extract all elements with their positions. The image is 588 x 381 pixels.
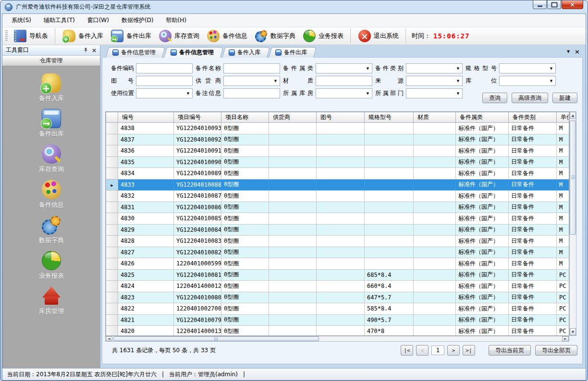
row-selector[interactable] [106,213,118,225]
toolbar-nav-bar-button[interactable]: 导航条 [10,28,55,44]
warehouse-group-header[interactable]: 仓库管理 [2,56,100,66]
column-header-project_name[interactable]: 项目名称 [221,112,269,123]
table-row[interactable]: 482012204014000130型圈470*8标准件（国产）日常备件PC [106,326,570,336]
horizontal-scroll-thumb[interactable] [113,336,319,341]
toolbar-gripper[interactable] [5,30,8,42]
row-selector[interactable] [106,303,118,315]
row-selector[interactable] [106,168,118,179]
drawing-no-input[interactable] [136,76,192,85]
part-name-input[interactable] [224,64,280,73]
menu-item-data-maintenance[interactable]: 数据维护(D) [116,14,159,26]
toolbar-parts-info-button[interactable]: 备件信息 [203,28,251,44]
table-row[interactable]: 482412204014000120型圈660*8.4标准件（国产）日常备件PC [106,281,570,292]
sidebar-item-stock-in[interactable]: 备件入库 [23,73,80,103]
column-header-category[interactable]: 备件类别 [509,112,557,123]
table-row[interactable]: 4835YG122040100900型圈标准件（国产）日常备件M [106,156,570,168]
part-category-select[interactable]: ▼ [406,63,463,73]
tab-stock-out[interactable]: 备件出库 [269,47,314,58]
table-row[interactable]: 4837YG122040100920型圈标准件（国产）日常备件M [106,134,570,145]
row-selector[interactable] [106,156,118,168]
sidebar-item-warehouse[interactable]: 库房管理 [23,286,80,316]
row-selector[interactable] [106,292,118,303]
column-header-drawing_no[interactable]: 图号 [317,112,365,123]
table-row[interactable]: 4828YG122040100830型圈标准件（国产）日常备件M [106,236,570,247]
part-genus-select[interactable]: ▼ [316,63,372,73]
advanced-query-button[interactable]: 高级查询 [512,93,548,103]
toolbar-report-button[interactable]: 业务报表 [299,28,351,44]
vertical-scrollbar[interactable]: ▲ ▼ [569,111,576,336]
column-header-spec[interactable]: 规格型号 [365,112,414,123]
remark-input[interactable] [224,89,280,98]
row-selector[interactable] [106,269,118,281]
table-row[interactable]: 4838YG122040100930型圈标准件（国产）日常备件M [106,123,570,134]
maximize-button[interactable] [547,0,561,9]
horizontal-scrollbar[interactable]: ◄ ► [105,336,569,342]
tab-parts-info-mgmt-2[interactable]: 备件信息管理 [164,47,220,58]
table-row[interactable]: 4823YG122040100800型圈647*5.7标准件（国产）日常备件PC [106,292,570,303]
source-select[interactable]: ▼ [406,76,463,86]
export-all-pages-button[interactable]: 导出全部页 [535,345,577,356]
toolbar-exit-button[interactable]: 退出系统 [355,28,406,44]
sidebar-item-report[interactable]: 业务报表 [23,251,80,280]
table-row[interactable]: ▶4833YG122040100880型圈标准件（国产）日常备件M [106,179,570,190]
column-header-supplier[interactable]: 供货商 [269,112,317,123]
sidebar-item-data-dict[interactable]: 数据字典 [23,215,80,245]
toolbar-stock-out-button[interactable]: 备件出库 [107,28,155,44]
pin-icon[interactable] [83,48,88,53]
last-page-button[interactable]: >| [463,345,475,356]
table-row[interactable]: 4836YG122040100910型圈标准件（国产）日常备件M [106,145,570,157]
minimize-button[interactable] [533,0,547,9]
first-page-button[interactable]: |< [401,345,413,356]
column-header-unit[interactable]: 单位 [557,112,570,123]
part-code-input[interactable] [136,64,192,73]
scroll-down-icon[interactable]: ▼ [570,328,576,335]
table-row[interactable]: 482212204010027000型圈585*8.4标准件（国产）日常备件PC [106,303,570,315]
sidebar-item-parts-info[interactable]: 备件信息 [23,180,80,209]
spec-model-select[interactable]: ▼ [499,63,556,73]
table-row[interactable]: 4825YG122040100810型圈685*8.4标准件（国产）日常备件PC [106,269,570,281]
toolbar-stock-in-button[interactable]: 备件入库 [59,28,107,44]
sidebar-item-stock-out[interactable]: 备件出库 [23,109,80,138]
table-row[interactable]: 4831YG122040100860型圈标准件（国产）日常备件M [106,202,570,213]
scroll-left-icon[interactable]: ◄ [106,336,112,341]
row-selector[interactable] [106,326,118,336]
toolbar-data-dict-button[interactable]: 数据字典 [251,28,299,44]
menu-item-system[interactable]: 系统(S) [6,14,37,26]
table-row[interactable]: 4832YG122040100870型圈标准件（国产）日常备件M [106,190,570,202]
tab-list-chevron-down-icon[interactable]: ▼ [567,49,570,54]
row-selector[interactable] [106,258,118,270]
query-button[interactable]: 查询 [482,93,507,103]
column-header-material[interactable]: 材质 [414,112,456,123]
supplier-select[interactable]: ▼ [223,76,280,86]
tab-close-icon[interactable]: × [575,48,580,55]
location-select[interactable]: ▼ [499,76,556,86]
page-number-input[interactable] [431,345,444,355]
table-row[interactable]: 4834YG122040100890型圈标准件（国产）日常备件M [106,168,570,179]
row-selector[interactable]: ▶ [106,179,118,190]
prev-page-button[interactable]: < [416,345,429,356]
menu-item-aux-tools[interactable]: 辅助工具(T) [38,14,80,26]
menu-item-help[interactable]: 帮助(H) [161,14,192,26]
tab-stock-in[interactable]: 备件入库 [222,47,267,58]
warehouse-select[interactable]: ▼ [316,88,372,98]
row-selector[interactable] [106,236,118,247]
table-row[interactable]: 4821YG122040100790型圈490*5.7标准件（国产）日常备件PC [106,314,570,326]
sidebar-item-stock-query[interactable]: 库存查询 [23,144,80,174]
next-page-button[interactable]: > [447,345,460,356]
usage-position-select[interactable]: ▼ [136,88,193,98]
row-selector[interactable] [106,202,118,213]
column-header-project_no[interactable]: 项目编号 [174,112,221,123]
row-selector[interactable] [106,247,118,258]
row-selector[interactable] [106,281,118,292]
column-header-genus[interactable]: 备件属类 [456,112,509,123]
row-selector[interactable] [106,134,118,145]
close-button[interactable] [562,0,583,9]
new-button[interactable]: 新建 [552,93,577,103]
tool-window-close-icon[interactable]: × [92,48,97,53]
menu-item-window[interactable]: 窗口(W) [82,14,114,26]
table-row[interactable]: 482612204010005990型圈标准件（国产）日常备件M [106,258,570,270]
row-selector[interactable] [106,145,118,157]
column-header-id[interactable]: 编号 [118,112,174,123]
toolbar-stock-query-button[interactable]: 库存查询 [155,28,203,44]
row-selector[interactable] [106,314,118,326]
